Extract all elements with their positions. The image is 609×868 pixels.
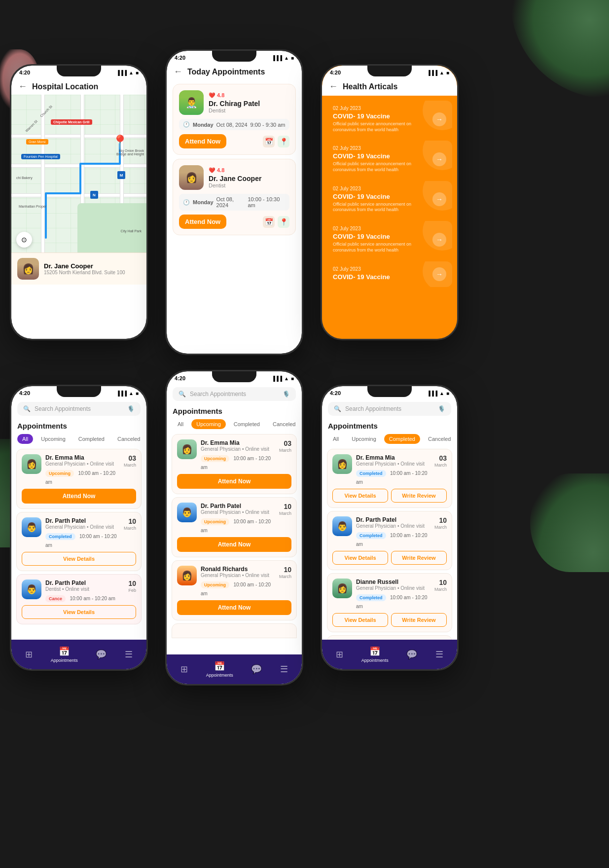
article-arrow-icon: →: [432, 152, 446, 166]
attend-now-button-2[interactable]: Attend Now: [179, 215, 226, 229]
filter-completed-5[interactable]: Completed: [229, 419, 265, 429]
status-icons: ▐▐▐▲■: [272, 55, 294, 61]
filter-completed-6[interactable]: Completed: [384, 434, 420, 444]
view-details-btn-6-1[interactable]: View Details: [332, 489, 388, 503]
filter-tabs-4: All Upcoming Completed Canceled: [11, 432, 146, 446]
attend-btn-5-2[interactable]: Attend Now: [177, 537, 291, 552]
status-completed-dianne: Completed: [356, 594, 386, 601]
date-month: March: [434, 463, 447, 468]
back-button[interactable]: ←: [18, 81, 27, 92]
write-review-btn-6-2[interactable]: Write Review: [391, 551, 447, 565]
completed-item-3: 👩 Dianne Russell General Physician • Onl…: [327, 573, 452, 632]
nav-home-5[interactable]: ⊞: [180, 664, 188, 675]
article-card-3[interactable]: 02 July 2023 COVID- 19 Vaccine Official …: [327, 181, 452, 218]
filter-canceled[interactable]: Canceled: [112, 434, 145, 444]
search-bar-5[interactable]: 🔍 Search Appointments 🎙️: [173, 387, 296, 401]
chat-icon: 💬: [406, 649, 417, 660]
nav-menu[interactable]: ☰: [125, 649, 133, 660]
attend-btn-5-1[interactable]: Attend Now: [177, 474, 291, 489]
article-title: COVID- 19 Vaccine: [333, 273, 390, 281]
nav-menu-5[interactable]: ☰: [280, 664, 288, 675]
upcoming-scroll: 🔍 Search Appointments 🎙️ Appointments Al…: [167, 383, 302, 666]
clock-icon: 🕐: [183, 121, 190, 128]
completed-item-1: 👩 Dr. Emma Mia General Physician • Onlin…: [327, 449, 452, 508]
filter-all-6[interactable]: All: [328, 434, 344, 444]
date-badge-5: 03 March: [279, 439, 291, 471]
view-details-btn-3[interactable]: View Details: [22, 605, 136, 619]
article-card-2[interactable]: 02 July 2023 COVID- 19 Vaccine Official …: [327, 141, 452, 178]
chat-icon: 💬: [251, 664, 262, 675]
nav-appointments-6[interactable]: 📅 Appointments: [361, 646, 389, 663]
mic-icon[interactable]: 🎙️: [127, 405, 135, 412]
mic-icon[interactable]: 🎙️: [283, 391, 290, 398]
back-button[interactable]: ←: [329, 81, 338, 92]
action-buttons-row: View Details: [22, 552, 136, 566]
nav-chat[interactable]: 💬: [96, 649, 107, 660]
metro-marker: M: [117, 171, 125, 179]
menu-icon: ☰: [435, 649, 443, 660]
my-location-button[interactable]: ⊙: [16, 232, 32, 248]
calendar-icon[interactable]: 📅: [263, 136, 275, 147]
status-completed-parth-6: Completed: [356, 532, 386, 539]
nav-appointments[interactable]: 📅 Appointments: [51, 646, 78, 663]
doctor-name-emma-6: Dr. Emma Mia: [356, 454, 430, 461]
home-icon: ⊞: [336, 649, 343, 660]
article-card-5[interactable]: 02 July 2023 COVID- 19 Vaccine →: [327, 261, 452, 287]
doctor-item-info-parth-2: Dr. Parth Patel Dentist • Online visit C…: [45, 579, 124, 602]
home-icon: ⊞: [180, 664, 188, 675]
back-button[interactable]: ←: [174, 67, 182, 77]
status-upcoming-ronald: Upcoming: [201, 581, 229, 588]
filter-canceled-5[interactable]: Canceled: [268, 419, 300, 429]
section-title-4: Appointments: [11, 420, 146, 432]
nav-appointments-5[interactable]: 📅 Appointments: [206, 661, 233, 678]
filter-upcoming-5[interactable]: Upcoming: [191, 419, 226, 429]
doctor-avatar-dianne: 👩: [332, 579, 352, 598]
write-review-btn-6-3[interactable]: Write Review: [391, 613, 447, 627]
article-card-4[interactable]: 02 July 2023 COVID- 19 Vaccine Official …: [327, 221, 452, 258]
nav-menu-6[interactable]: ☰: [435, 649, 443, 660]
map-destination-pin[interactable]: 📍: [111, 134, 129, 150]
filter-upcoming-6[interactable]: Upcoming: [347, 434, 381, 444]
partial-item-hint: [172, 623, 297, 638]
attend-btn-5-3[interactable]: Attend Now: [177, 600, 291, 615]
article-card-1[interactable]: 02 July 2023 COVID- 19 Vaccine Official …: [327, 101, 452, 138]
mic-icon[interactable]: 🎙️: [438, 405, 445, 412]
nav-home-6[interactable]: ⊞: [336, 649, 343, 660]
view-details-btn-6-3[interactable]: View Details: [332, 613, 388, 627]
calendar-icon-2[interactable]: 📅: [263, 216, 275, 228]
upcoming-item-header-3: 👩 Ronald Richards General Physician • On…: [177, 566, 291, 597]
doctor-item-info-parth-5: Dr. Parth Patel General Physician • Onli…: [201, 503, 275, 534]
doctor-name-2: Dr. Jane Cooper: [209, 175, 289, 182]
filter-canceled-6[interactable]: Canceled: [423, 434, 456, 444]
rating-badge: ❤️ 4.8: [209, 92, 224, 99]
menu-icon: ☰: [125, 649, 133, 660]
filter-all-5[interactable]: All: [173, 419, 188, 429]
view-details-btn-6-2[interactable]: View Details: [332, 551, 388, 565]
search-bar-4[interactable]: 🔍 Search Appointments 🎙️: [17, 402, 141, 416]
appointment-time-row: 🕐 Monday Oct 08, 2024 9:00 - 9:30 am: [179, 119, 289, 130]
phone-completed-appointments: 4:20 ▐▐▐▲■ 🔍 Search Appointments 🎙️ Appo…: [321, 385, 459, 671]
search-bar-6[interactable]: 🔍 Search Appointments 🎙️: [328, 402, 451, 416]
doctor-name-emma: Dr. Emma Mia: [45, 454, 120, 461]
filter-all[interactable]: All: [17, 434, 33, 444]
map-view[interactable]: Chipotle Mexican Grill Gran Morsi Founta…: [11, 95, 146, 253]
filter-upcoming[interactable]: Upcoming: [36, 434, 71, 444]
date-num: 10: [279, 566, 291, 574]
search-placeholder-5: Search Appointments: [190, 391, 279, 398]
nav-chat-5[interactable]: 💬: [251, 664, 262, 675]
filter-completed[interactable]: Completed: [73, 434, 109, 444]
page-title: Hospital Location: [32, 82, 98, 91]
write-review-btn-6-1[interactable]: Write Review: [391, 489, 447, 503]
attend-now-button-1[interactable]: Attend Now: [179, 134, 226, 148]
nav-home[interactable]: ⊞: [25, 649, 33, 660]
route-svg: [11, 95, 146, 253]
doctor-name-parth-5: Dr. Parth Patel: [201, 503, 275, 509]
article-title: COVID- 19 Vaccine: [333, 112, 432, 120]
metro-marker-2: N: [90, 191, 98, 199]
location-icon-2[interactable]: 📍: [278, 216, 289, 228]
view-details-btn[interactable]: View Details: [22, 552, 136, 566]
nav-chat-6[interactable]: 💬: [406, 649, 417, 660]
attend-now-btn-emma[interactable]: Attend Now: [22, 489, 136, 504]
doctor-avatar-emma-5: 👩: [177, 439, 197, 459]
location-icon[interactable]: 📍: [278, 136, 289, 147]
